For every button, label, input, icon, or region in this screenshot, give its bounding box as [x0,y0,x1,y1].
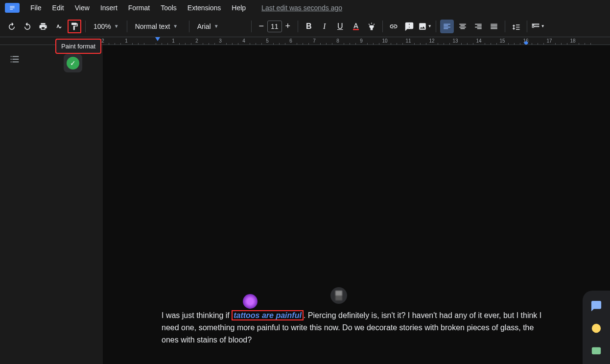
checklist-button[interactable]: ▼ [531,20,545,33]
text-before: I was just thinking if [162,311,232,319]
font-size-increase[interactable]: + [282,20,294,33]
comment-button[interactable] [402,20,416,33]
menu-format[interactable]: Format [123,2,155,14]
menu-file[interactable]: File [25,2,47,14]
print-button[interactable] [36,20,50,33]
link-button[interactable] [387,20,400,33]
svg-rect-1 [10,7,14,8]
underline-button[interactable]: U [333,20,347,33]
separator [527,21,527,32]
menu-tools[interactable]: Tools [156,2,182,14]
collaborator-avatar-1[interactable] [243,294,258,309]
separator [127,21,127,32]
font-select[interactable]: Arial▼ [193,20,247,33]
svg-rect-2 [10,9,13,9]
svg-rect-0 [10,6,14,7]
align-left-button[interactable] [440,20,454,33]
font-size-input[interactable] [267,21,282,32]
emoji-icon[interactable] [591,323,602,336]
explore-rail [583,291,610,364]
menu-insert[interactable]: Insert [95,2,122,14]
separator [436,21,436,32]
svg-rect-3 [353,29,359,30]
font-size-group: − + [256,20,294,33]
paint-format-tooltip: Paint format [55,39,101,54]
docs-icon[interactable] [5,3,20,13]
suggest-icon[interactable] [591,345,602,358]
undo-button[interactable] [5,20,19,33]
separator [85,21,86,32]
image-button[interactable]: ▼ [418,20,432,33]
bold-button[interactable]: B [302,20,316,33]
svg-point-8 [592,324,601,333]
separator [505,21,505,32]
menu-help[interactable]: Help [227,2,251,14]
svg-point-9 [594,327,595,328]
line-spacing-button[interactable] [509,20,523,33]
paint-format-button[interactable] [68,20,81,33]
content-area: ✓ I was just thinking if tattoos are pai… [0,45,610,364]
collaborator-avatar-2[interactable] [330,287,347,304]
svg-point-10 [597,327,598,328]
separator [251,21,252,32]
separator [189,21,189,32]
highlight-button[interactable] [365,20,378,33]
document-page[interactable]: I was just thinking if tattoos are painf… [103,45,610,364]
spellcheck-button[interactable] [52,20,66,33]
text-color-button[interactable] [349,20,363,33]
add-comment-icon[interactable] [591,300,602,313]
margin-area: ✓ [29,45,103,364]
redo-button[interactable] [21,20,34,33]
separator [298,21,298,32]
left-rail [0,45,29,364]
last-edit-link[interactable]: Last edit was seconds ago [261,4,342,12]
align-center-button[interactable] [456,20,469,33]
styled-selection: tattoos are painful [232,310,304,320]
menu-edit[interactable]: Edit [47,2,69,14]
menu-view[interactable]: View [70,2,94,14]
menu-extensions[interactable]: Extensions [183,2,226,14]
font-size-decrease[interactable]: − [256,20,267,33]
menubar: File Edit View Insert Format Tools Exten… [0,0,610,16]
check-badge[interactable]: ✓ [64,54,82,72]
outline-icon[interactable] [9,54,20,67]
toolbar: 100%▼ Normal text▼ Arial▼ − + B I U ▼ ▼ [0,16,610,37]
zoom-select[interactable]: 100%▼ [90,20,123,33]
align-right-button[interactable] [471,20,485,33]
style-select[interactable]: Normal text▼ [131,20,185,33]
align-justify-button[interactable] [487,20,501,33]
separator [382,21,383,32]
document-text[interactable]: I was just thinking if tattoos are painf… [162,309,546,346]
italic-button[interactable]: I [318,20,331,33]
